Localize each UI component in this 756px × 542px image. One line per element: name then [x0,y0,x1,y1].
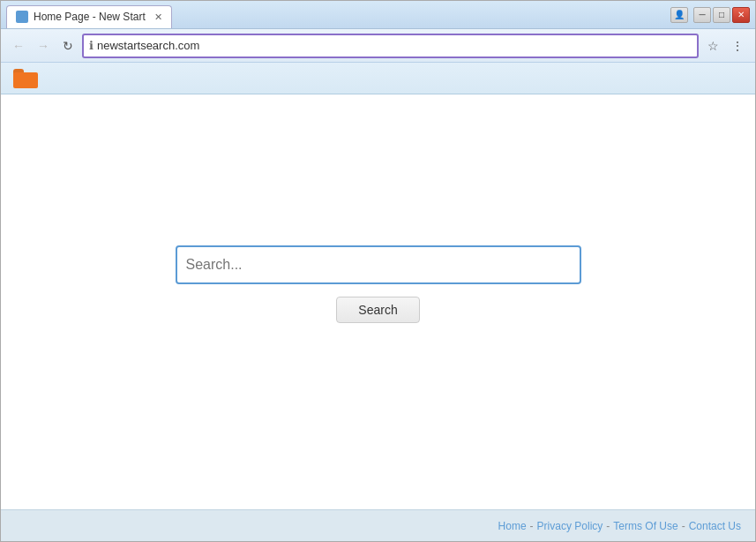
menu-icon: ⋮ [731,39,744,53]
page-content: Search [1,94,755,509]
search-section: Search [176,245,581,323]
maximize-button[interactable]: □ [713,7,730,23]
window-controls: 👤 ─ □ ✕ [670,7,750,23]
tab-title: Home Page - New Start [34,11,146,23]
close-icon: ✕ [737,10,745,19]
folder-body [13,72,38,88]
address-input[interactable] [97,39,692,52]
star-icon: ☆ [707,39,719,53]
nav-bar: ← → ↻ ℹ ☆ ⋮ [1,29,755,63]
address-bar[interactable]: ℹ [82,34,699,58]
reload-button[interactable]: ↻ [57,35,79,56]
close-button[interactable]: ✕ [732,7,750,23]
title-bar: Home Page - New Start ✕ 👤 ─ □ ✕ [1,1,755,29]
bookmarks-folder[interactable] [10,66,41,91]
back-button[interactable]: ← [8,35,29,56]
user-button[interactable]: 👤 [670,7,688,23]
footer-sep-1: - [530,520,534,532]
browser-tab[interactable]: Home Page - New Start ✕ [6,5,172,28]
bookmark-button[interactable]: ☆ [702,35,723,56]
minimize-icon: ─ [699,10,705,19]
contact-us-link[interactable]: Contact Us [689,520,741,532]
bookmarks-bar [1,63,755,94]
forward-icon: → [37,39,49,53]
tab-favicon [16,11,28,23]
tab-strip: Home Page - New Start ✕ [6,2,670,28]
maximize-icon: □ [719,10,724,19]
page-footer: Home - Privacy Policy - Terms Of Use - C… [1,509,755,541]
minimize-button[interactable]: ─ [693,7,711,23]
folder-shape [13,69,38,88]
footer-sep-2: - [606,520,610,532]
user-icon: 👤 [674,10,685,19]
search-input[interactable] [186,257,571,273]
search-button[interactable]: Search [336,297,419,323]
nav-right-buttons: ☆ ⋮ [702,35,748,56]
reload-icon: ↻ [63,39,73,53]
footer-sep-3: - [682,520,685,532]
privacy-policy-link[interactable]: Privacy Policy [537,520,603,532]
menu-button[interactable]: ⋮ [727,35,748,56]
search-input-wrap [176,245,581,284]
tab-close-button[interactable]: ✕ [154,11,162,23]
terms-of-use-link[interactable]: Terms Of Use [613,520,677,532]
forward-button[interactable]: → [33,35,54,56]
back-icon: ← [12,39,25,53]
browser-window: Home Page - New Start ✕ 👤 ─ □ ✕ ← → [0,0,756,542]
info-icon: ℹ [89,39,94,52]
home-link[interactable]: Home [498,520,527,532]
